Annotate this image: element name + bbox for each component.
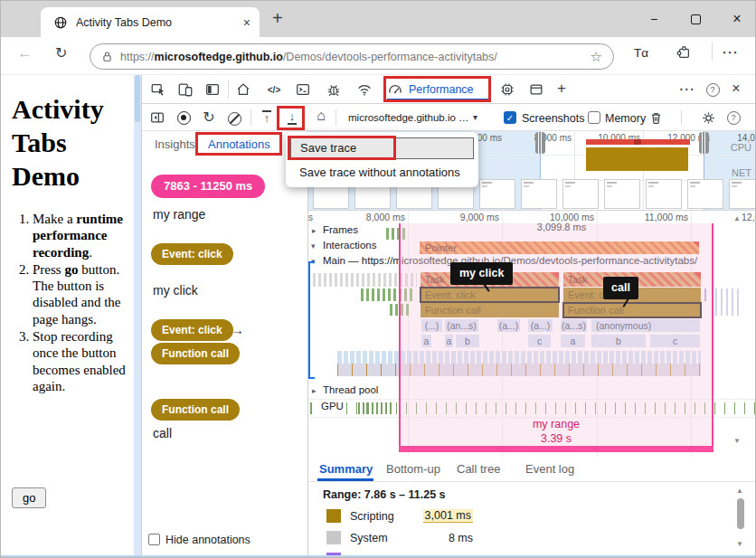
memory-chip-icon[interactable] bbox=[498, 80, 516, 99]
range-annotation-bar[interactable] bbox=[399, 446, 713, 452]
menu-item-save-trace[interactable]: Save trace bbox=[290, 137, 474, 159]
browser-window: Activity Tabs Demo × + − × ← ↻ https://m… bbox=[0, 0, 756, 558]
memory-label[interactable]: Memory bbox=[605, 112, 646, 125]
scroll-down-icon[interactable]: ▼ bbox=[733, 437, 741, 445]
tab-performance[interactable]: Performance bbox=[387, 79, 488, 100]
track-frames[interactable]: Frames bbox=[323, 224, 358, 235]
scrollbar-thumb[interactable] bbox=[737, 498, 744, 529]
favorite-star-icon[interactable]: ☆ bbox=[591, 49, 602, 65]
devtools-close-icon[interactable]: × bbox=[727, 80, 745, 98]
expanded-icon[interactable]: ▾ bbox=[311, 241, 316, 251]
network-wifi-icon[interactable] bbox=[355, 80, 373, 99]
collapsed-icon[interactable]: ▸ bbox=[312, 226, 317, 235]
device-emulation-icon[interactable] bbox=[176, 80, 194, 99]
console-icon[interactable] bbox=[294, 80, 312, 99]
screenshot-thumbnail[interactable] bbox=[687, 179, 723, 209]
tab-summary[interactable]: Summary bbox=[319, 462, 373, 476]
link-annotation-to-badge[interactable]: Function call bbox=[151, 343, 240, 364]
new-tab-button[interactable]: + bbox=[272, 8, 283, 29]
clear-icon[interactable] bbox=[225, 109, 243, 128]
screenshot-thumbnail[interactable] bbox=[562, 179, 599, 209]
flame-chart[interactable]: 7,000 ms 8,000 ms 9,000 ms 10,000 ms 11,… bbox=[308, 211, 756, 457]
screenshots-checkbox[interactable]: ✓ bbox=[504, 111, 516, 124]
selection-handle-right[interactable] bbox=[699, 132, 709, 154]
tab-close-icon[interactable]: × bbox=[243, 15, 250, 30]
chevron-down-icon[interactable]: ▾ bbox=[473, 112, 477, 122]
scroll-down-icon[interactable]: ▼ bbox=[736, 540, 743, 548]
link-annotation-from-badge[interactable]: Event: click bbox=[151, 319, 233, 341]
screenshot-thumbnail[interactable] bbox=[604, 179, 640, 209]
scripting-swatch bbox=[326, 509, 341, 523]
browser-tab[interactable]: Activity Tabs Demo × bbox=[41, 7, 260, 37]
screenshot-thumbnail[interactable] bbox=[479, 179, 515, 209]
long-task-segment bbox=[634, 139, 641, 145]
page-scrollbar[interactable] bbox=[134, 75, 141, 558]
selection-handle-left[interactable] bbox=[535, 132, 545, 154]
settings-more-icon[interactable]: ⋯ bbox=[722, 43, 738, 62]
window-close-button[interactable]: × bbox=[722, 6, 752, 32]
home-icon[interactable]: ⌂ bbox=[312, 107, 330, 125]
origin-selector[interactable]: microsoftedge.github.io … bbox=[348, 112, 469, 123]
tab-call-tree[interactable]: Call tree bbox=[457, 462, 500, 476]
devtools-help-icon[interactable]: ? bbox=[704, 81, 721, 98]
screenshot-thumbnail[interactable] bbox=[521, 179, 557, 209]
toggle-sidebar-icon[interactable] bbox=[148, 109, 166, 127]
track-thread-pool[interactable]: Thread pool bbox=[323, 384, 378, 395]
hide-annotations-checkbox[interactable] bbox=[148, 534, 160, 545]
list-item: Stop recording once the button becomes e… bbox=[33, 328, 129, 394]
layers-icon[interactable] bbox=[527, 80, 545, 99]
offscreen-activity bbox=[715, 288, 742, 316]
inspect-element-icon[interactable] bbox=[149, 80, 167, 99]
screenshot-thumbnail[interactable] bbox=[729, 179, 756, 209]
screenshots-label[interactable]: Screenshots bbox=[522, 112, 584, 125]
screenshot-thumbnail[interactable] bbox=[646, 179, 682, 209]
collapsed-icon[interactable]: ▸ bbox=[312, 386, 317, 395]
tab-bottom-up[interactable]: Bottom-up bbox=[386, 462, 440, 476]
extensions-puzzle-icon[interactable] bbox=[676, 44, 692, 61]
annotation-label[interactable]: call bbox=[153, 426, 172, 440]
track-interactions[interactable]: Interactions bbox=[323, 240, 376, 251]
menu-item-save-without[interactable]: Save trace without annotations bbox=[299, 166, 460, 179]
divider bbox=[250, 109, 251, 126]
annotation-label[interactable]: my range bbox=[153, 207, 205, 222]
save-profile-icon[interactable]: ↓ bbox=[283, 108, 301, 128]
cpu-activity-chart bbox=[586, 147, 688, 171]
hide-annotations-label[interactable]: Hide annotations bbox=[165, 534, 250, 546]
tab-insights[interactable]: Insights bbox=[155, 137, 195, 151]
scroll-up-icon[interactable]: ▲ bbox=[733, 214, 741, 222]
record-reload-icon[interactable]: ↻ bbox=[200, 108, 218, 126]
function-annotation-badge[interactable]: Function call bbox=[151, 399, 240, 421]
track-gpu[interactable]: GPU bbox=[321, 401, 344, 411]
minimize-button[interactable]: − bbox=[638, 6, 669, 32]
tab-annotations[interactable]: Annotations bbox=[208, 137, 270, 151]
browser-essentials-icon[interactable]: Tα bbox=[634, 46, 648, 60]
go-button[interactable]: go bbox=[12, 487, 46, 508]
url-bar[interactable]: https://microsoftedge.github.io/Demos/de… bbox=[90, 43, 614, 70]
back-icon[interactable]: ← bbox=[17, 44, 33, 62]
panel-help-icon[interactable]: ? bbox=[725, 109, 742, 126]
range-annotation-edge[interactable] bbox=[712, 223, 713, 452]
gear-icon[interactable] bbox=[699, 109, 717, 127]
more-tabs-plus-icon[interactable]: + bbox=[553, 80, 571, 98]
devtools-more-icon[interactable]: ⋯ bbox=[677, 80, 695, 98]
debugger-bug-icon[interactable] bbox=[325, 80, 343, 99]
instructions-list: Make a runtime performance recording. Pr… bbox=[8, 211, 129, 395]
dock-side-icon[interactable] bbox=[203, 80, 222, 99]
scroll-up-icon[interactable]: ▲ bbox=[736, 487, 743, 495]
trash-icon[interactable] bbox=[647, 109, 665, 127]
event-annotation-badge[interactable]: Event: click bbox=[151, 243, 233, 265]
scrollbar-thumb[interactable] bbox=[135, 75, 140, 122]
maximize-button[interactable] bbox=[680, 6, 711, 32]
range-annotation-badge[interactable]: 7863 - 11250 ms bbox=[151, 175, 265, 198]
record-icon[interactable] bbox=[175, 109, 193, 127]
range-annotation-edge[interactable] bbox=[399, 223, 401, 452]
tab-event-log[interactable]: Event log bbox=[525, 462, 574, 476]
elements-code-icon[interactable]: </> bbox=[263, 80, 285, 99]
active-tab-underline bbox=[205, 153, 281, 156]
load-profile-icon[interactable]: ↑ bbox=[258, 108, 276, 128]
reload-icon[interactable]: ↻ bbox=[55, 44, 67, 61]
annotation-label[interactable]: my click bbox=[153, 283, 198, 298]
tab-strip: Activity Tabs Demo × + − × bbox=[1, 1, 756, 37]
memory-checkbox[interactable] bbox=[588, 111, 600, 124]
welcome-home-icon[interactable] bbox=[234, 80, 252, 99]
